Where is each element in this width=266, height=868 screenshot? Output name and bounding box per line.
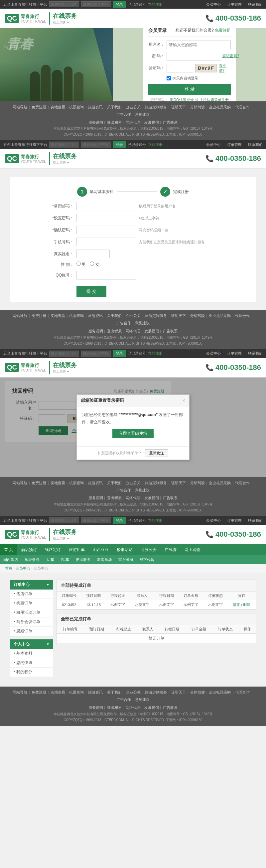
footer-nav-item[interactable]: 企业公关 (126, 104, 141, 111)
sidebar-quick-access[interactable]: 您的快速 (10, 658, 53, 668)
footer-service-item[interactable]: 发展提倡 (144, 120, 159, 124)
delete-link[interactable]: 删除 (243, 602, 250, 607)
sub-nav-tour[interactable]: 富乐出局 (115, 555, 136, 564)
footer-nav-item[interactable]: 网站导航 (12, 689, 27, 696)
sub-nav-offline[interactable]: 线下代购 (136, 555, 157, 564)
topbar-quick-reg-link2[interactable]: 立即注册 (148, 142, 162, 147)
topbar-username-input2[interactable] (49, 142, 79, 148)
topbar-order-link[interactable]: 订单管理 (227, 2, 242, 7)
topbar-member-link[interactable]: 会员中心 (206, 2, 221, 7)
footer-service-item[interactable]: 登出积累 (107, 706, 122, 710)
footer-service-item[interactable]: 登出积累 (107, 496, 122, 500)
footer-nav-item[interactable]: 机票查询 (69, 480, 84, 487)
topbar-member-link3[interactable]: 会员中心 (206, 351, 221, 356)
footer-service-item[interactable]: 登出积累 (107, 120, 122, 124)
captcha-input[interactable] (167, 64, 193, 72)
footer-nav-item[interactable]: 实地查看 (51, 480, 65, 487)
gender-male-radio[interactable] (77, 261, 81, 266)
footer-nav-item[interactable]: 旅游定制服务 (145, 313, 167, 319)
footer-nav-item[interactable]: 广告合作 (116, 696, 131, 703)
footer-nav-item[interactable]: 旅游定制服务 (145, 104, 167, 111)
footer-nav-item[interactable]: 广告合作 (116, 111, 131, 118)
topbar-member-link4[interactable]: 会员中心 (206, 518, 221, 523)
phone-login-link[interactable]: 手机快速登录注册 (200, 98, 229, 102)
nav-online[interactable]: 在线脚 (160, 544, 181, 555)
footer-nav-item[interactable]: 旅游定制服务 (145, 689, 167, 696)
footer-nav-item[interactable]: 旅游资讯 (88, 313, 103, 319)
footer-nav-item[interactable]: 实地查看 (51, 689, 65, 696)
sidebar-points[interactable]: 我的积分 (10, 668, 53, 677)
free-reg-link[interactable]: 免费注册 (215, 28, 231, 33)
sub-nav-scenic[interactable]: 旅游景点 (21, 555, 42, 564)
footer-nav-item[interactable]: 旅游资讯 (88, 104, 103, 111)
realname-input[interactable] (77, 250, 110, 258)
topbar-login-button2[interactable]: 登录 (113, 141, 126, 148)
footer-nav-item[interactable]: 证明天下 (171, 689, 186, 696)
resend-button[interactable]: 重新发送 (145, 449, 168, 457)
footer-nav-item[interactable]: 代理合作 (235, 104, 250, 111)
footer-nav-item[interactable]: 证明天下 (171, 313, 186, 319)
topbar-login-button4[interactable]: 登录 (113, 517, 126, 524)
email-input[interactable] (77, 202, 136, 210)
gender-male-label[interactable]: 男 (77, 261, 86, 268)
footer-nav-item[interactable]: 证明天下 (171, 104, 186, 111)
topbar-order-link2[interactable]: 订单管理 (227, 142, 242, 147)
footer-nav-item[interactable]: 免费注册 (32, 104, 46, 111)
footer-service-item[interactable]: 广告联系 (163, 496, 178, 500)
nav-shop[interactable]: 网上购物 (181, 544, 205, 555)
footer-nav-item[interactable]: 广告合作 (116, 320, 131, 327)
qq-login-link[interactable]: 用QQ快速登录 (170, 98, 194, 102)
footer-nav-item[interactable]: 免费注册 (32, 480, 46, 487)
sidebar-business-order[interactable]: 商务会议订单 (10, 617, 53, 627)
footer-service-item[interactable]: 广告联系 (163, 329, 178, 333)
footer-nav-item[interactable]: 企业礼品采购 (209, 480, 231, 487)
nav-home[interactable]: 首 页 (0, 544, 17, 555)
footer-nav-item[interactable]: 关于我们 (107, 689, 122, 696)
footer-nav-item[interactable]: 意见建议 (135, 487, 150, 494)
footer-nav-item[interactable]: 网站导航 (12, 480, 27, 487)
nav-business[interactable]: 商务公会 (137, 544, 160, 555)
topbar-quick-reg-link[interactable]: 立即注册 (148, 2, 162, 7)
footer-nav-item[interactable]: 分销驾驶 (190, 480, 205, 487)
footer-service-item[interactable]: 服务说明 (88, 706, 103, 710)
footer-nav-item[interactable]: 分销驾驶 (190, 689, 205, 696)
remember-checkbox[interactable] (167, 76, 171, 81)
footer-service-item[interactable]: 广告联系 (163, 706, 178, 710)
reg-submit-button[interactable]: 提 交 (77, 286, 107, 297)
footer-nav-item[interactable]: 实地查看 (51, 313, 65, 319)
topbar-order-link3[interactable]: 订单管理 (227, 351, 242, 356)
footer-nav-item[interactable]: 企业礼品采购 (209, 313, 231, 319)
footer-nav-item[interactable]: 分销驾驶 (190, 104, 205, 111)
topbar-login-button3[interactable]: 登录 (113, 350, 126, 357)
footer-nav-item[interactable]: 旅游资讯 (88, 689, 103, 696)
footer-service-item[interactable]: 网络代理 (126, 329, 140, 333)
mobile-input[interactable] (77, 238, 136, 246)
footer-service-item[interactable]: 广告联系 (163, 120, 178, 124)
footer-nav-item[interactable]: 代理合作 (235, 313, 250, 319)
footer-nav-item[interactable]: 网站导航 (12, 104, 27, 111)
footer-nav-item[interactable]: 关于我们 (107, 313, 122, 319)
topbar-password-input4[interactable] (81, 518, 111, 523)
sub-nav-domestic-hotel[interactable]: 国内酒店 (0, 555, 21, 564)
topbar-contact-link2[interactable]: 联系我们 (248, 142, 263, 147)
footer-nav-item[interactable]: 证明天下 (171, 480, 186, 487)
sub-nav-news[interactable]: 新闻乐场 (94, 555, 115, 564)
footer-nav-item[interactable]: 意见建议 (135, 696, 150, 703)
forgot-link[interactable]: 忘记密码? (223, 54, 239, 59)
footer-nav-item[interactable]: 旅游资讯 (88, 480, 103, 487)
footer-service-item[interactable]: 发展提倡 (144, 706, 159, 710)
topbar-password-input[interactable] (81, 1, 111, 7)
footer-nav-item[interactable]: 旅游定制服务 (145, 480, 167, 487)
sub-nav-service[interactable]: 便民服务 (72, 555, 94, 564)
nav-shanxi[interactable]: 山西豆豆 (89, 544, 113, 555)
footer-nav-item[interactable]: 企业公关 (126, 313, 141, 319)
footer-nav-item[interactable]: 意见建议 (135, 111, 150, 118)
topbar-username-input3[interactable] (49, 350, 79, 356)
sidebar-rental-order[interactable]: 租用活动订单 (10, 608, 53, 617)
footer-nav-item[interactable]: 分销驾驶 (190, 313, 205, 319)
footer-nav-item[interactable]: 实地查看 (51, 104, 65, 111)
footer-nav-item[interactable]: 机票查询 (69, 689, 84, 696)
breadcrumb-home[interactable]: 首页 (5, 566, 12, 570)
footer-service-item[interactable]: 登出积累 (107, 329, 122, 333)
footer-nav-item[interactable]: 代理合作 (235, 480, 250, 487)
